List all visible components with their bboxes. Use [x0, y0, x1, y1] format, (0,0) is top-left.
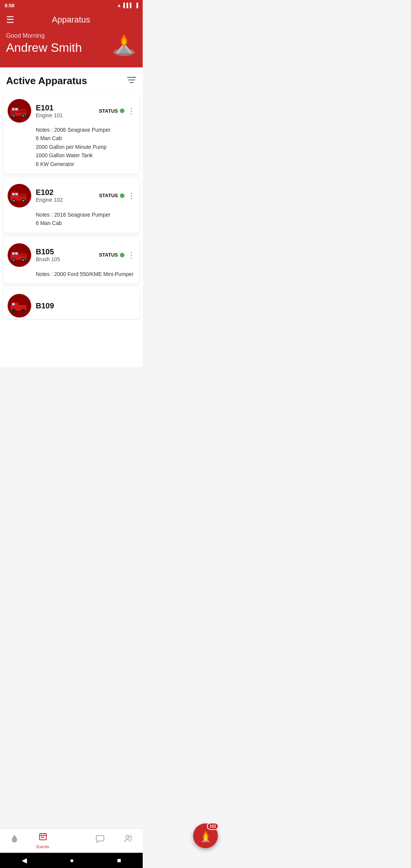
- note-line-4-e101: 1000 Gallon Water Tank: [36, 151, 135, 160]
- card-top-e102: E102 Engine 102 STATUS ⋮: [8, 184, 135, 207]
- user-name: Andrew Smith: [6, 41, 82, 55]
- card-top-b105: B105 Brush 105 STATUS ⋮: [8, 243, 135, 267]
- apparatus-name-e102: Engine 102: [36, 197, 63, 203]
- greeting-text: Good Morning: [6, 32, 82, 39]
- svg-rect-18: [12, 193, 15, 195]
- filter-svg: [127, 76, 137, 84]
- apparatus-card-b109[interactable]: B109: [3, 289, 140, 319]
- apparatus-card-b105[interactable]: B105 Brush 105 STATUS ⋮ Notes : 2000 For…: [3, 238, 140, 284]
- apparatus-info-e102: E102 Engine 102: [36, 188, 63, 203]
- wifi-icon: ▲: [117, 3, 121, 8]
- app-logo: [112, 31, 137, 56]
- status-badge-b105: STATUS: [99, 252, 124, 258]
- firetruck-svg-e101: [10, 103, 29, 118]
- svg-rect-36: [12, 303, 15, 305]
- svg-rect-9: [15, 108, 18, 110]
- card-notes-b105: Notes : 2000 Ford 550/KME Mini-Pumper: [8, 270, 135, 278]
- card-right-e102: STATUS ⋮: [99, 191, 135, 200]
- svg-rect-28: [15, 252, 18, 255]
- apparatus-id-b105: B105: [36, 247, 60, 256]
- divider-2: [3, 235, 140, 236]
- card-right-e101: STATUS ⋮: [99, 106, 135, 115]
- apparatus-image-e101: [8, 99, 31, 123]
- more-options-e101[interactable]: ⋮: [127, 106, 135, 115]
- app-bar: ☰ Apparatus: [0, 11, 143, 25]
- card-notes-e102: Notes : 2016 Seagrave Pumper 6 Man Cab: [8, 211, 135, 228]
- status-badge-e102: STATUS: [99, 193, 124, 198]
- firetruck-svg-b109: [10, 298, 29, 313]
- svg-rect-8: [12, 108, 15, 110]
- apparatus-name-b105: Brush 105: [36, 256, 60, 262]
- apparatus-card-e102[interactable]: E102 Engine 102 STATUS ⋮ Notes : 2016 Se…: [3, 179, 140, 233]
- note-line-5-e101: 6 KW Generator: [36, 160, 135, 168]
- card-notes-e101: Notes : 2006 Seagrave Pumper 6 Man Cab 2…: [8, 126, 135, 168]
- status-dot-e102: [120, 193, 124, 198]
- bottom-spacer: [0, 321, 143, 367]
- note-line-3-e101: 2000 Gallon per Minute Pump: [36, 143, 135, 151]
- svg-point-38: [21, 309, 25, 313]
- divider-3: [3, 286, 140, 286]
- signal-icon: ▌▌▌: [123, 3, 133, 8]
- note-line-2-e102: 6 Man Cab: [36, 219, 135, 227]
- section-title: Active Apparatus: [6, 75, 87, 87]
- apparatus-id-e101: E101: [36, 104, 63, 112]
- firetruck-svg-e102: [10, 188, 29, 203]
- apparatus-info-b109: B109: [36, 302, 54, 310]
- hero-text: Good Morning Andrew Smith: [6, 32, 82, 55]
- card-top-b109: B109: [8, 294, 135, 318]
- status-time: 9:58: [5, 3, 14, 8]
- card-right-b105: STATUS ⋮: [99, 251, 135, 260]
- app-bar-title: Apparatus: [14, 15, 127, 25]
- apparatus-card-e101[interactable]: E101 Engine 101 STATUS ⋮ Notes : 2006 Se…: [3, 94, 140, 174]
- svg-point-23: [22, 199, 24, 201]
- filter-icon[interactable]: [127, 76, 137, 86]
- svg-rect-27: [12, 252, 15, 255]
- firetruck-svg-b105: [10, 247, 29, 263]
- status-label-e102: STATUS: [99, 193, 118, 198]
- apparatus-image-b105: [8, 243, 31, 267]
- status-dot-b105: [120, 253, 124, 257]
- svg-point-32: [22, 259, 24, 261]
- card-left-e101: E101 Engine 101: [8, 99, 63, 123]
- flame-logo-svg: [112, 31, 137, 56]
- apparatus-image-b109: [8, 294, 31, 318]
- note-line-2-e101: 6 Man Cab: [36, 134, 135, 142]
- svg-rect-19: [15, 193, 18, 195]
- card-top-e101: E101 Engine 101 STATUS ⋮: [8, 99, 135, 123]
- svg-rect-33: [19, 253, 26, 256]
- svg-point-21: [13, 199, 15, 201]
- status-icons: ▲ ▌▌▌ ▐: [117, 3, 138, 8]
- svg-rect-15: [11, 112, 27, 113]
- more-options-b105[interactable]: ⋮: [127, 251, 135, 260]
- menu-icon[interactable]: ☰: [6, 14, 14, 25]
- battery-icon: ▐: [135, 3, 138, 8]
- card-left-b105: B105 Brush 105: [8, 243, 60, 267]
- svg-point-30: [13, 259, 15, 261]
- apparatus-info-b105: B105 Brush 105: [36, 247, 60, 262]
- note-line-1-e101: Notes : 2006 Seagrave Pumper: [36, 126, 135, 134]
- svg-point-11: [13, 115, 15, 116]
- hero-section: Good Morning Andrew Smith: [0, 25, 143, 67]
- status-label-e101: STATUS: [99, 108, 118, 114]
- main-content: Active Apparatus: [0, 67, 143, 367]
- card-left-e102: E102 Engine 102: [8, 184, 63, 207]
- note-line-1-b105: Notes : 2000 Ford 550/KME Mini-Pumper: [36, 270, 135, 278]
- svg-rect-24: [19, 194, 26, 197]
- section-header: Active Apparatus: [0, 67, 143, 91]
- apparatus-id-b109: B109: [36, 302, 54, 310]
- apparatus-image-e102: [8, 184, 31, 207]
- card-left-b109: B109: [8, 294, 54, 318]
- status-dot-e101: [120, 108, 124, 113]
- apparatus-info-e101: E101 Engine 101: [36, 104, 63, 118]
- note-line-1-e102: Notes : 2016 Seagrave Pumper: [36, 211, 135, 219]
- status-badge-e101: STATUS: [99, 108, 124, 114]
- divider-1: [3, 176, 140, 176]
- svg-point-37: [12, 309, 16, 313]
- apparatus-name-e101: Engine 101: [36, 112, 63, 118]
- apparatus-id-e102: E102: [36, 188, 63, 197]
- more-options-e102[interactable]: ⋮: [127, 191, 135, 200]
- svg-point-13: [22, 115, 24, 116]
- status-bar: 9:58 ▲ ▌▌▌ ▐: [0, 0, 143, 11]
- svg-rect-14: [19, 109, 26, 112]
- status-label-b105: STATUS: [99, 252, 118, 258]
